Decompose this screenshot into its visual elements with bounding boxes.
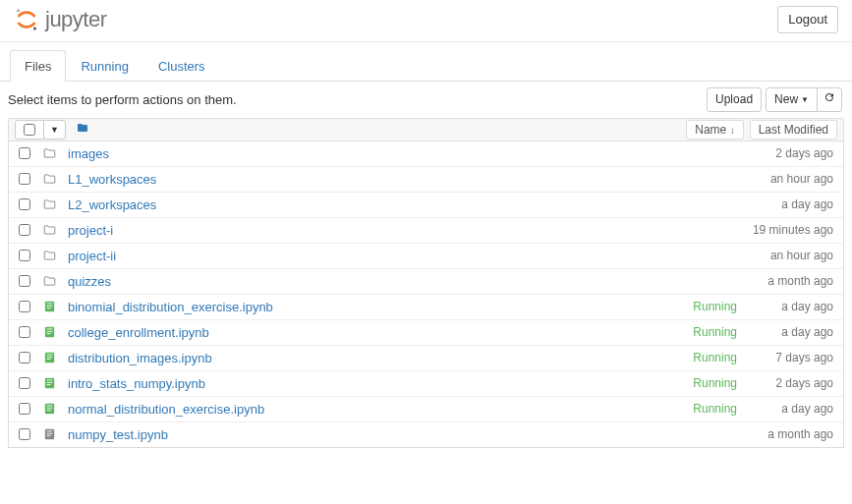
sort-modified-button[interactable]: Last Modified <box>750 120 837 140</box>
notebook-running-icon <box>42 351 58 364</box>
svg-point-1 <box>33 28 36 30</box>
row-checkbox[interactable] <box>19 173 30 185</box>
file-row: project-i19 minutes ago <box>9 218 843 244</box>
row-checkbox[interactable] <box>19 377 30 389</box>
file-row: numpy_test.ipynba month ago <box>9 422 843 447</box>
file-row: quizzesa month ago <box>9 269 843 295</box>
item-name-link[interactable]: distribution_images.ipynb <box>68 351 212 365</box>
notebook-running-icon <box>42 402 58 416</box>
toolbar: Select items to perform actions on them.… <box>0 82 852 118</box>
select-menu-caret[interactable]: ▼ <box>44 121 65 139</box>
file-row: images2 days ago <box>9 141 843 167</box>
logo-text: jupyter <box>45 7 107 32</box>
modified-time: 2 days ago <box>755 146 833 160</box>
modified-time: an hour ago <box>755 172 833 186</box>
row-checkbox[interactable] <box>19 147 30 159</box>
modified-time: a day ago <box>755 325 833 339</box>
notebook-running-icon <box>42 300 58 313</box>
item-name-link[interactable]: normal_distribution_exercise.ipynb <box>68 402 264 417</box>
logout-button[interactable]: Logout <box>777 6 838 33</box>
status-badge: Running <box>693 402 737 416</box>
folder-icon <box>42 274 58 288</box>
item-name-link[interactable]: quizzes <box>68 274 111 289</box>
item-name-link[interactable]: college_enrollment.ipynb <box>68 325 209 340</box>
status-badge: Running <box>693 351 737 364</box>
file-row: college_enrollment.ipynbRunninga day ago <box>9 320 843 346</box>
item-name-link[interactable]: project-i <box>68 223 113 238</box>
folder-icon <box>42 249 58 262</box>
file-row: normal_distribution_exercise.ipynbRunnin… <box>9 397 843 422</box>
modified-time: an hour ago <box>755 249 833 262</box>
select-all-group[interactable]: ▼ <box>15 120 66 140</box>
jupyter-logo-icon <box>14 7 39 32</box>
folder-icon <box>76 122 89 134</box>
item-name-link[interactable]: binomial_distribution_exercise.ipynb <box>68 300 273 314</box>
status-badge: Running <box>693 376 737 390</box>
notebook-icon <box>42 427 58 441</box>
tabs: Files Running Clusters <box>0 48 852 82</box>
sort-name-button[interactable]: Name ↓ <box>686 120 743 140</box>
breadcrumb-root[interactable] <box>76 122 89 137</box>
modified-time: 7 days ago <box>755 351 833 364</box>
item-name-link[interactable]: L1_workspaces <box>68 172 156 187</box>
modified-time: a month ago <box>755 427 833 441</box>
item-name-link[interactable]: L2_workspaces <box>68 197 156 212</box>
notebook-running-icon <box>42 376 58 390</box>
tab-running[interactable]: Running <box>66 50 142 82</box>
file-row: intro_stats_numpy.ipynbRunning2 days ago <box>9 371 843 397</box>
list-header: ▼ Name ↓ Last Modified <box>8 118 844 141</box>
status-badge: Running <box>693 325 737 339</box>
row-checkbox[interactable] <box>19 403 30 415</box>
row-checkbox[interactable] <box>19 428 30 440</box>
row-checkbox[interactable] <box>19 224 30 236</box>
selection-hint: Select items to perform actions on them. <box>8 92 237 107</box>
row-checkbox[interactable] <box>19 352 30 364</box>
row-checkbox[interactable] <box>19 198 30 210</box>
arrow-down-icon: ↓ <box>730 125 735 136</box>
file-row: project-iian hour ago <box>9 244 843 269</box>
file-row: distribution_images.ipynbRunning7 days a… <box>9 346 843 371</box>
folder-icon <box>42 197 58 211</box>
select-all-checkbox[interactable] <box>24 124 35 136</box>
modified-time: a day ago <box>755 300 833 313</box>
file-row: L2_workspacesa day ago <box>9 193 843 218</box>
upload-button[interactable]: Upload <box>707 87 762 112</box>
item-name-link[interactable]: images <box>68 146 109 161</box>
caret-down-icon: ▼ <box>801 95 809 104</box>
row-checkbox[interactable] <box>19 250 30 261</box>
folder-icon <box>42 172 58 186</box>
item-name-link[interactable]: intro_stats_numpy.ipynb <box>68 376 205 391</box>
notebook-running-icon <box>42 325 58 339</box>
modified-time: 2 days ago <box>755 376 833 390</box>
folder-icon <box>42 223 58 237</box>
tab-files[interactable]: Files <box>10 50 66 82</box>
modified-time: a day ago <box>755 197 833 211</box>
modified-time: a month ago <box>755 274 833 288</box>
item-name-link[interactable]: project-ii <box>68 249 116 263</box>
file-list: images2 days agoL1_workspacesan hour ago… <box>8 141 844 448</box>
row-checkbox[interactable] <box>19 301 30 312</box>
file-row: binomial_distribution_exercise.ipynbRunn… <box>9 295 843 320</box>
folder-icon <box>42 146 58 160</box>
modified-time: 19 minutes ago <box>753 223 833 237</box>
row-checkbox[interactable] <box>19 275 30 287</box>
new-button[interactable]: New▼ <box>766 87 818 112</box>
item-name-link[interactable]: numpy_test.ipynb <box>68 427 168 442</box>
svg-point-0 <box>17 10 20 13</box>
header: jupyter Logout <box>0 0 852 42</box>
refresh-icon <box>824 91 835 103</box>
file-row: L1_workspacesan hour ago <box>9 167 843 193</box>
refresh-button[interactable] <box>817 87 842 112</box>
tab-clusters[interactable]: Clusters <box>143 50 220 82</box>
status-badge: Running <box>693 300 737 313</box>
logo[interactable]: jupyter <box>14 7 107 32</box>
modified-time: a day ago <box>755 402 833 416</box>
row-checkbox[interactable] <box>19 326 30 338</box>
